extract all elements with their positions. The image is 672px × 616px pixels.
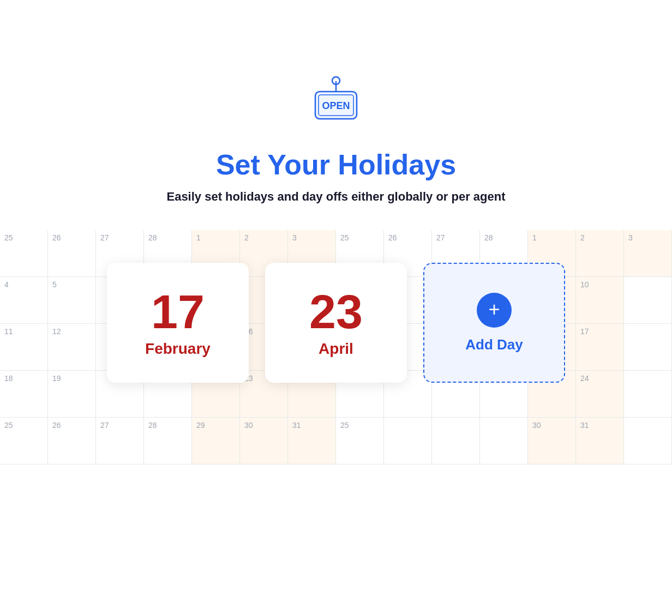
- cal-cell: [384, 418, 432, 464]
- holiday-card-april: 23 April: [265, 263, 407, 383]
- add-day-circle: +: [477, 293, 512, 328]
- holiday-cards-container: 17 February 23 April + Add Day: [0, 263, 672, 383]
- cal-cell: 27: [96, 418, 144, 464]
- cal-cell: 31: [576, 418, 624, 464]
- open-sign-icon: OPEN: [309, 76, 363, 133]
- cal-cell: 25: [336, 418, 384, 464]
- plus-icon: +: [488, 300, 500, 319]
- holiday-month-name: February: [145, 340, 211, 358]
- cal-cell: [480, 418, 528, 464]
- calendar-area: 25 26 27 28 1 2 3 25 26 27 28 1 2 3 4 5: [0, 230, 672, 464]
- svg-text:OPEN: OPEN: [322, 100, 350, 111]
- holiday-day-number: 23: [309, 288, 363, 336]
- cal-row-5: 25 26 27 28 29 30 31 25 30 31: [0, 418, 672, 464]
- cal-cell: 26: [48, 418, 96, 464]
- cal-cell: 31: [288, 418, 336, 464]
- holiday-month-name: April: [319, 340, 353, 358]
- cal-cell: 25: [0, 418, 48, 464]
- add-day-card[interactable]: + Add Day: [423, 263, 565, 383]
- cal-cell: [432, 418, 480, 464]
- add-day-label: Add Day: [465, 336, 523, 353]
- cal-cell: 30: [240, 418, 288, 464]
- cal-cell: 29: [192, 418, 240, 464]
- page-title: Set Your Holidays: [216, 148, 456, 181]
- cal-cell: 30: [528, 418, 576, 464]
- cal-cell: [624, 418, 672, 464]
- cal-cell: 28: [144, 418, 192, 464]
- holiday-card-february: 17 February: [107, 263, 249, 383]
- page-subtitle: Easily set holidays and day offs either …: [166, 190, 505, 204]
- page-wrapper: OPEN Set Your Holidays Easily set holida…: [0, 0, 672, 464]
- holiday-day-number: 17: [151, 288, 205, 336]
